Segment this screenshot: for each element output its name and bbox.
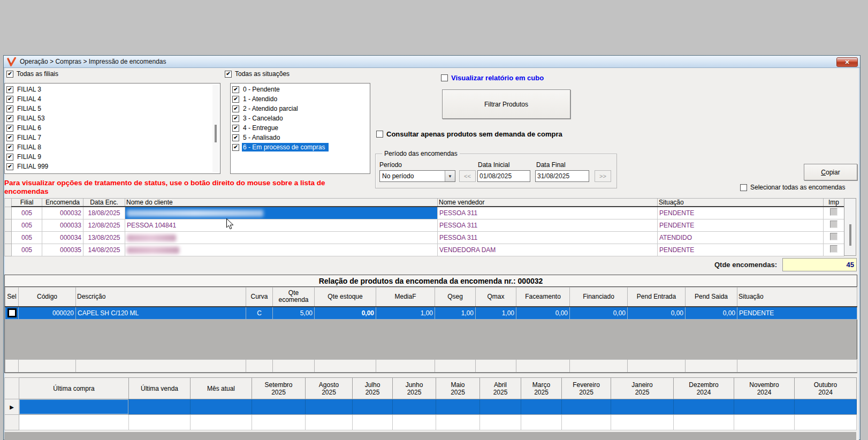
branches-listbox[interactable]: ✔FILIAL 3✔FILIAL 4✔FILIAL 5✔FILIAL 53✔FI… xyxy=(4,83,220,174)
column-header[interactable]: Sel xyxy=(5,287,19,307)
column-header[interactable]: Outubro 2024 xyxy=(795,378,857,399)
column-header[interactable]: Última compra xyxy=(19,378,129,399)
end-date-field[interactable] xyxy=(535,170,589,182)
status-list-item[interactable]: ✔5 - Analisado xyxy=(231,133,370,142)
branch-list-item[interactable]: ✔FILIAL 6 xyxy=(5,123,220,133)
column-header[interactable]: Novembro 2024 xyxy=(734,378,795,399)
copy-button[interactable]: Copiar xyxy=(804,164,857,180)
branch-list-item[interactable]: ✔FILIAL 4 xyxy=(5,94,220,104)
checkbox-icon[interactable] xyxy=(441,74,448,81)
scrollbar-thumb[interactable] xyxy=(215,125,217,142)
checkbox-icon[interactable]: ✔ xyxy=(6,125,13,132)
imp-checkbox[interactable] xyxy=(830,208,837,216)
checkbox-icon[interactable]: ✔ xyxy=(232,86,239,93)
column-header[interactable]: Maio 2025 xyxy=(436,378,480,399)
column-header[interactable]: Setembro 2025 xyxy=(252,378,306,399)
order-row[interactable]: 00500003218/08/2025PESSOA 311PENDENTE xyxy=(5,207,844,219)
column-header[interactable]: Julho 2025 xyxy=(353,378,393,399)
checkbox-icon[interactable]: ✔ xyxy=(6,144,13,151)
checkbox-icon[interactable]: ✔ xyxy=(232,115,239,122)
column-header[interactable]: Qte ecomenda xyxy=(273,287,315,307)
months-row[interactable]: ▶ xyxy=(5,399,857,415)
status-list-item[interactable]: ✔1 - Atendido xyxy=(231,94,370,104)
checkbox-icon[interactable]: ✔ xyxy=(225,71,232,78)
column-header[interactable]: Dezembro 2024 xyxy=(674,378,734,399)
status-list-item[interactable]: ✔4 - Entregue xyxy=(231,123,370,133)
column-header[interactable]: Faceamento xyxy=(516,287,570,307)
branch-list-item[interactable]: ✔FILIAL 3 xyxy=(5,85,220,94)
imp-checkbox[interactable] xyxy=(830,245,837,253)
checkbox-icon[interactable]: ✔ xyxy=(6,115,13,122)
status-list-item[interactable]: ✔2 - Atendido parcial xyxy=(231,104,370,113)
column-header[interactable]: Financiado xyxy=(570,287,628,307)
column-header[interactable]: Curva xyxy=(246,287,273,307)
column-header[interactable]: MediaF xyxy=(376,287,435,307)
select-all-orders-checkbox[interactable]: Selecionar todas as encomendas xyxy=(740,184,845,191)
imp-checkbox[interactable] xyxy=(830,233,837,240)
checkbox-icon[interactable]: ✔ xyxy=(6,96,13,103)
all-statuses-checkbox[interactable]: ✔ Todas as situações xyxy=(225,70,290,78)
branch-list-item[interactable]: ✔FILIAL 999 xyxy=(5,162,220,171)
column-header[interactable]: Última venda xyxy=(129,378,191,399)
statuses-listbox[interactable]: ✔0 - Pendente✔1 - Atendido✔2 - Atendido … xyxy=(230,83,370,174)
checkbox-icon[interactable]: ✔ xyxy=(6,105,13,112)
status-list-item[interactable]: ✔0 - Pendente xyxy=(231,85,370,94)
no-demand-checkbox[interactable]: Consultar apenas produtos sem demanda de… xyxy=(376,130,562,138)
column-header[interactable]: Abril 2025 xyxy=(480,378,521,399)
sel-checkbox[interactable] xyxy=(7,308,17,317)
checkbox-icon[interactable] xyxy=(376,131,383,138)
titlebar[interactable]: Operação > Compras > Impressão de encome… xyxy=(4,56,860,68)
checkbox-icon[interactable]: ✔ xyxy=(6,71,13,78)
column-header[interactable]: Março 2025 xyxy=(521,378,562,399)
checkbox-icon[interactable]: ✔ xyxy=(6,154,13,161)
column-header[interactable]: Situação xyxy=(737,287,857,307)
column-header[interactable]: Filial xyxy=(12,199,42,207)
column-header[interactable]: Qte estoque xyxy=(315,287,376,307)
column-header[interactable]: Pend Saida xyxy=(686,287,737,307)
branch-list-item[interactable]: ✔FILIAL 5 xyxy=(5,104,220,113)
column-header[interactable]: Código xyxy=(19,287,76,307)
status-list-item[interactable]: ✔3 - Cancelado xyxy=(231,113,370,123)
close-button[interactable]: ✕ xyxy=(836,57,858,67)
column-header[interactable]: Agosto 2025 xyxy=(306,378,353,399)
branch-list-item[interactable]: ✔FILIAL 7 xyxy=(5,133,220,142)
checkbox-icon[interactable]: ✔ xyxy=(232,105,239,112)
cube-report-checkbox[interactable]: Visualizar relatório em cubo xyxy=(441,74,544,82)
checkbox-icon[interactable] xyxy=(740,184,747,191)
product-row[interactable]: 000020CAPEL SH C/120 MLC5,000,001,001,00… xyxy=(5,307,857,320)
column-header[interactable]: Fevereiro 2025 xyxy=(562,378,611,399)
filter-products-button[interactable]: Filtrar Produtos xyxy=(442,89,570,119)
imp-checkbox[interactable] xyxy=(830,221,837,228)
start-date-field[interactable] xyxy=(477,170,530,182)
column-header[interactable]: Nome do cliente xyxy=(125,199,438,207)
branches-scrollbar[interactable] xyxy=(212,85,219,172)
column-header[interactable]: Data Enc. xyxy=(83,199,125,207)
months-row[interactable] xyxy=(5,415,857,430)
branch-list-item[interactable]: ✔FILIAL 53 xyxy=(5,113,220,123)
column-header[interactable]: Pend Entrada xyxy=(628,287,686,307)
checkbox-icon[interactable]: ✔ xyxy=(232,96,239,103)
scrollbar-thumb[interactable] xyxy=(849,224,851,246)
checkbox-icon[interactable]: ✔ xyxy=(6,163,13,170)
column-header[interactable]: Descrição xyxy=(76,287,246,307)
all-branches-checkbox[interactable]: ✔ Todas as filiais xyxy=(6,70,58,78)
column-header[interactable]: Imp xyxy=(824,199,844,207)
order-row[interactable]: 00500003312/08/2025PESSOA 104841PESSOA 3… xyxy=(5,219,844,231)
checkbox-icon[interactable]: ✔ xyxy=(6,86,13,93)
orders-grid-scrollbar[interactable] xyxy=(844,198,856,256)
checkbox-icon[interactable]: ✔ xyxy=(232,144,239,151)
column-header[interactable]: Nome vendedor xyxy=(438,199,658,207)
branch-list-item[interactable]: ✔FILIAL 8 xyxy=(5,142,220,152)
branch-list-item[interactable]: ✔FILIAL 9 xyxy=(5,152,220,162)
column-header[interactable]: Junho 2025 xyxy=(393,378,436,399)
status-list-item[interactable]: ✔6 - Em processo de compras xyxy=(231,142,370,152)
order-row[interactable]: 00500003413/08/2025PESSOA 311ATENDIDO xyxy=(5,231,844,244)
column-header[interactable]: Encomenda xyxy=(42,199,83,207)
period-next-button[interactable]: >> xyxy=(595,170,611,182)
column-header[interactable]: Qseg xyxy=(435,287,476,307)
checkbox-icon[interactable]: ✔ xyxy=(232,134,239,141)
order-row[interactable]: 00500003514/08/2025VENDEDORA DAMPENDENTE xyxy=(5,244,844,256)
column-header[interactable]: Janeiro 2025 xyxy=(611,378,674,399)
checkbox-icon[interactable]: ✔ xyxy=(232,125,239,132)
column-header[interactable]: Mês atual xyxy=(191,378,252,399)
